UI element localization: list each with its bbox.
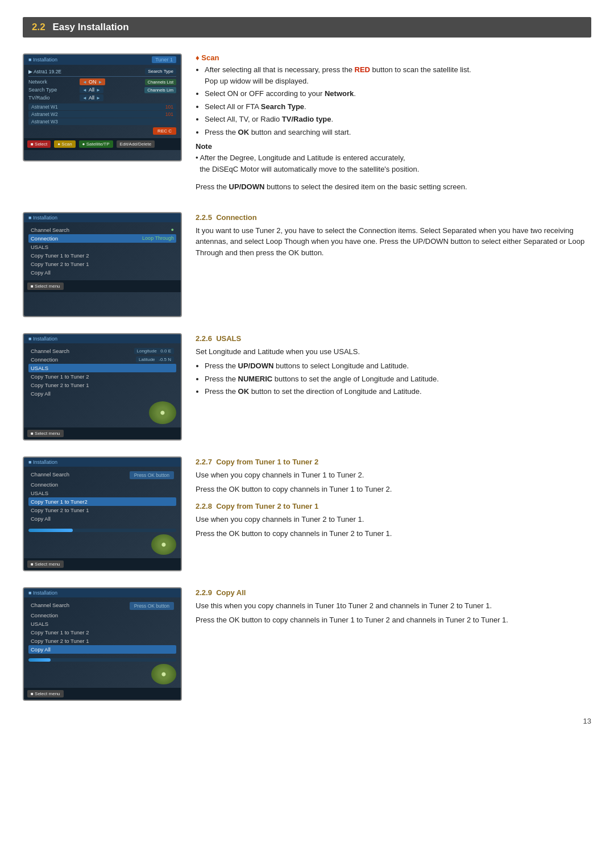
usals-bullet-2: Press the NUMERIC buttons to set the ang… [205, 373, 591, 385]
subsection-228-line2: Press the OK button to copy channels in … [196, 528, 591, 539]
screenshot-1: ■ Installation Tuner 1 ▶ Astra1 19.2E Se… [23, 53, 182, 161]
note-text: • After the Degree, Longitude and Latitu… [196, 152, 591, 175]
scan-bullet-3: Select All or FTA Search Type. [205, 101, 591, 113]
screen1-satlist: Astranet W1101 Astranet W2101 Astranet W… [28, 103, 176, 125]
scan-topic: ♦ Scan [196, 53, 591, 62]
screenshot-4: ■ Installation Channel Search Press OK b… [23, 456, 182, 571]
screen4-content: Channel Search Press OK button Connectio… [24, 467, 181, 558]
section-title: Easy Installation [52, 22, 128, 32]
usals-bullets: Press the UP/DOWN buttons to select Long… [205, 360, 591, 397]
screen-usals: ■ Installation Channel Search Longitude … [23, 333, 182, 441]
menu-copy-t1t2: Copy Tuner 1 to Tuner2 [28, 497, 176, 506]
screen5-topbar: ■ Installation [24, 588, 181, 597]
scan-bullet-5: Press the OK button and searching will s… [205, 127, 591, 138]
screen1-tab: Tuner 1 [152, 56, 176, 63]
menu-connection: ConnectionLoop Through [28, 234, 176, 243]
section-number: 2.2 [32, 22, 45, 32]
usals-bullet-1: Press the UP/DOWN buttons to select Long… [205, 360, 591, 372]
screen3-footer: ■ Select menu [24, 427, 181, 439]
scan-btn: REC C [153, 127, 176, 135]
row-copy-12: ■ Installation Channel Search Press OK b… [23, 456, 591, 571]
screen5-footer: ■ Select menu [24, 688, 181, 700]
tuner-graphic-1: ⬤ [151, 534, 176, 555]
scan-bullet-4: Select All, TV, or Radio TV/Radio type. [205, 114, 591, 125]
screen-copy-all: ■ Installation Channel Search Press OK b… [23, 587, 182, 701]
subsection-226-title: 2.2.6 USALS [196, 334, 591, 343]
row-connection: ■ Installation Channel Search● Connectio… [23, 212, 591, 317]
subsection-227-line2: Press the OK button to copy channels in … [196, 484, 591, 495]
screen2-topbar: ■ Installation [24, 213, 181, 222]
screen3-topbar: ■ Installation [24, 334, 181, 343]
menu-channel-search: Channel Search● [28, 226, 176, 234]
screen4-topbar: ■ Installation [24, 458, 181, 467]
screen1-icon: ■ Installation [28, 57, 57, 63]
row-copy-all: ■ Installation Channel Search Press OK b… [23, 587, 591, 701]
subsection-227-title: 2.2.7 Copy from Tuner 1 to Tuner 2 [196, 458, 591, 466]
subsection-229-title: 2.2.9 Copy All [196, 588, 591, 597]
screen2-content: Channel Search● ConnectionLoop Through U… [24, 222, 181, 280]
screen2-footer: ■ Select menu [24, 280, 181, 292]
screenshot-2: ■ Installation Channel Search● Connectio… [23, 212, 182, 317]
usals-graphic: ⬤ [149, 401, 176, 424]
note-label: Note [196, 142, 591, 151]
section-header: 2.2 Easy Installation [23, 17, 591, 38]
copy12-text-col: 2.2.7 Copy from Tuner 1 to Tuner 2 Use w… [196, 456, 591, 543]
scan-bullets: After selecting all that is necessary, p… [205, 64, 591, 138]
row-scan: ■ Installation Tuner 1 ▶ Astra1 19.2E Se… [23, 53, 591, 196]
screen1-topbar: ■ Installation Tuner 1 [24, 55, 181, 65]
subsection-229-line2: Press the OK button to copy channels in … [196, 614, 591, 626]
screen5-content: Channel Search Press OK button Connectio… [24, 597, 181, 688]
progress-fill-2 [28, 658, 51, 662]
screen-copy-t1t2: ■ Installation Channel Search Press OK b… [23, 456, 182, 571]
note-block: Note • After the Degree, Longitude and L… [196, 142, 591, 175]
usals-bullet-3: Press the OK button to set the direction… [205, 386, 591, 397]
screenshot-3: ■ Installation Channel Search Longitude … [23, 333, 182, 441]
screen3-content: Channel Search Longitude 0.0 E Connectio… [24, 343, 181, 427]
screen1-footer: ■ Select ● Scan ● Satellite/TP Edit/Add/… [24, 138, 181, 150]
subsection-227-line1: Use when you copy channels in Tuner 1 to… [196, 470, 591, 481]
connection-text-col: 2.2.5 Connection It you want to use Tune… [196, 212, 591, 262]
subsection-228-title: 2.2.8 Copy from Tuner 2 to Tuner 1 [196, 502, 591, 510]
progress-bar-1 [28, 529, 176, 532]
copyall-text-col: 2.2.9 Copy All Use this when you copy ch… [196, 587, 591, 629]
screen4-footer: ■ Select menu [24, 558, 181, 570]
row-usals: ■ Installation Channel Search Longitude … [23, 333, 591, 441]
progress-bar-2 [28, 658, 176, 662]
screen1-row-satellite: ▶ Astra1 19.2E Search Type [28, 68, 176, 74]
tuner-graphic-2: ⬤ [151, 664, 176, 684]
scan-text-col: ♦ Scan After selecting all that is neces… [196, 53, 591, 196]
usals-text-col: 2.2.6 USALS Set Longitude and Latitude w… [196, 333, 591, 402]
screen-installation-1: ■ Installation Tuner 1 ▶ Astra1 19.2E Se… [23, 53, 182, 161]
usals-intro: Set Longitude and Latitude when you use … [196, 346, 591, 358]
subsection-225-body: It you want to use Tuner 2, you have to … [196, 225, 591, 259]
progress-fill-1 [28, 529, 73, 532]
menu-copy-all: Copy All [28, 645, 176, 654]
scan-bullet-2: Select ON or OFF according to your Netwo… [205, 88, 591, 99]
screen-connection: ■ Installation Channel Search● Connectio… [23, 212, 182, 317]
page-number: 13 [23, 717, 591, 725]
scan-bullet-1: After selecting all that is necessary, p… [205, 64, 591, 86]
subsection-229-line1: Use this when you copy channels in Tuner… [196, 600, 591, 612]
screen1-content: ▶ Astra1 19.2E Search Type Network ◄ ON … [24, 65, 181, 138]
subsection-225-title: 2.2.5 Connection [196, 213, 591, 222]
screenshot-5: ■ Installation Channel Search Press OK b… [23, 587, 182, 701]
press-updown-text: Press the UP/DOWN buttons to select the … [196, 181, 591, 193]
subsection-228-line1: Use when you copy channels in Tuner 2 to… [196, 514, 591, 525]
